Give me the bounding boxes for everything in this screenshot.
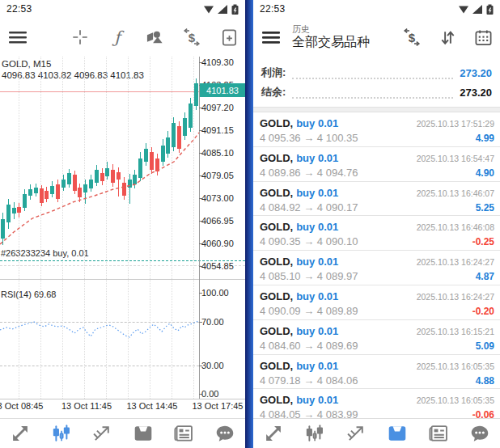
- price-axis-label: 4060.90: [201, 239, 234, 248]
- status-bar: 22:53: [0, 0, 245, 18]
- candle-body: [166, 137, 170, 154]
- messages-icon[interactable]: [214, 423, 235, 444]
- time-gridline: [128, 57, 129, 399]
- trade-close-time: 2025.10.13 16:46:08: [417, 222, 494, 232]
- trade-row[interactable]: GOLD,buy 0.012025.10.13 16:46:074 084.92…: [253, 182, 500, 217]
- time-axis-label: 13 Oct 14:45: [127, 401, 178, 411]
- summary-value: 273.20: [460, 67, 492, 79]
- trade-row[interactable]: GOLD,buy 0.012025.10.13 16:54:474 089.86…: [253, 147, 500, 182]
- summary-row: 结余:273.20: [261, 82, 492, 102]
- price-axis-label: 4073.00: [201, 193, 234, 203]
- quotes-icon[interactable]: [10, 423, 31, 444]
- candle-body: [95, 170, 99, 183]
- chart-ohlc-values: 4096.83 4103.82 4096.83 4101.83: [2, 70, 144, 80]
- trade-row[interactable]: GOLD,buy 0.012025.10.13 17:51:294 095.36…: [253, 112, 500, 147]
- price-axis-label: 4066.95: [201, 216, 234, 226]
- time-axis-label: 13 Oct 08:45: [0, 401, 44, 411]
- candle-body: [177, 126, 181, 149]
- crosshair-icon[interactable]: [70, 27, 90, 47]
- price-axis-label: 4109.30: [201, 57, 234, 67]
- candle-body: [73, 175, 77, 191]
- new-order-icon[interactable]: [219, 27, 239, 47]
- trade-symbol: GOLD,: [260, 394, 293, 406]
- news-icon[interactable]: [173, 423, 194, 444]
- trade-icon[interactable]: [345, 423, 367, 444]
- time-gridline: [62, 57, 63, 399]
- indicators-icon[interactable]: ƒ: [108, 27, 127, 47]
- charts-icon[interactable]: [304, 423, 325, 444]
- price-axis-label: 4085.10: [201, 148, 234, 158]
- history-icon[interactable]: [387, 423, 408, 444]
- trade-close-time: 2025.10.13 16:54:47: [417, 154, 494, 163]
- trade-prices: 4 090.09 → 4 089.89: [260, 305, 358, 317]
- trade-side-volume: buy 0.01: [296, 117, 338, 129]
- messages-icon[interactable]: [469, 423, 490, 444]
- candle-body: [28, 189, 32, 196]
- candle-body: [40, 188, 44, 203]
- news-icon[interactable]: [428, 423, 449, 444]
- trade-close-time: 2025.10.13 16:15:21: [417, 327, 494, 336]
- quotes-icon[interactable]: [263, 423, 284, 444]
- wifi-icon: [458, 5, 469, 14]
- trade-profit: -0.20: [472, 306, 494, 317]
- trade-history-list: GOLD,buy 0.012025.10.13 17:51:294 095.36…: [253, 112, 500, 424]
- rsi-line: [0, 320, 199, 337]
- trade-row[interactable]: GOLD,buy 0.012025.10.13 16:15:214 084.60…: [253, 320, 500, 355]
- summary-row: 利润:273.20: [261, 63, 492, 82]
- trade-symbol: GOLD,: [260, 152, 293, 164]
- wifi-icon: [203, 5, 214, 14]
- trade-profit: 4.87: [476, 271, 494, 282]
- candle-body: [172, 123, 176, 147]
- candle-body: [100, 173, 104, 181]
- screen-divider: [245, 0, 253, 448]
- menu-icon[interactable]: [261, 27, 281, 47]
- candle-body: [89, 180, 93, 188]
- candle-body: [117, 172, 121, 180]
- summary-label: 结余:: [261, 85, 286, 99]
- objects-icon[interactable]: [145, 27, 164, 47]
- candle-body: [161, 146, 165, 162]
- page-title[interactable]: 全部交易品种: [292, 35, 370, 49]
- trade-side-volume: buy 0.01: [296, 187, 338, 199]
- price-axis-label: 0.00: [201, 389, 218, 399]
- panel-separator: [0, 279, 245, 280]
- status-time: 22:53: [6, 3, 32, 15]
- candle-body: [155, 158, 159, 171]
- open-position-label: #263233234 buy, 0.01: [1, 248, 89, 258]
- chart-symbol-label: GOLD, M15: [2, 59, 51, 69]
- candle-body: [138, 158, 142, 178]
- symbols-icon[interactable]: $: [402, 27, 422, 47]
- sort-icon[interactable]: [438, 27, 457, 47]
- charts-icon[interactable]: [51, 423, 72, 444]
- trade-symbol: GOLD,: [260, 360, 293, 372]
- menu-icon[interactable]: [8, 27, 28, 47]
- trade-icon[interactable]: [91, 423, 112, 444]
- price-chart[interactable]: GOLD, M15 4096.83 4103.82 4096.83 4101.8…: [0, 57, 245, 419]
- status-time: 22:53: [260, 3, 286, 15]
- current-price-tag: 4101.83: [200, 83, 245, 97]
- history-icon[interactable]: [133, 423, 154, 444]
- candle-body: [194, 83, 198, 106]
- trade-row[interactable]: GOLD,buy 0.012025.10.13 16:24:274 085.10…: [253, 251, 500, 285]
- symbols-icon[interactable]: $: [182, 27, 201, 47]
- candle-body: [50, 186, 54, 194]
- trade-row[interactable]: GOLD,buy 0.012025.10.13 16:05:354 079.18…: [253, 355, 500, 390]
- calendar-icon[interactable]: [473, 27, 493, 47]
- price-axis-label: 4079.05: [201, 171, 234, 180]
- time-axis-label: 13 Oct 17:45: [193, 401, 244, 411]
- candle-body: [144, 149, 148, 162]
- trade-prices: 4 084.92 → 4 090.17: [260, 201, 358, 213]
- candle-body: [78, 188, 82, 197]
- candle-body: [56, 184, 60, 199]
- rsi-indicator-label: RSI(14) 69.68: [1, 290, 56, 299]
- time-gridline: [172, 57, 172, 399]
- candle-body: [1, 219, 5, 239]
- trade-side-volume: buy 0.01: [296, 290, 338, 302]
- candle-body: [183, 118, 187, 136]
- bottom-nav: [0, 418, 245, 448]
- trade-row[interactable]: GOLD,buy 0.012025.10.13 16:46:084 090.35…: [253, 216, 500, 251]
- trade-row[interactable]: GOLD,buy 0.012025.10.13 16:24:274 090.09…: [253, 285, 500, 320]
- candle-body: [150, 152, 154, 170]
- trade-profit: 5.25: [476, 202, 494, 213]
- price-axis-label: 4097.20: [201, 103, 234, 112]
